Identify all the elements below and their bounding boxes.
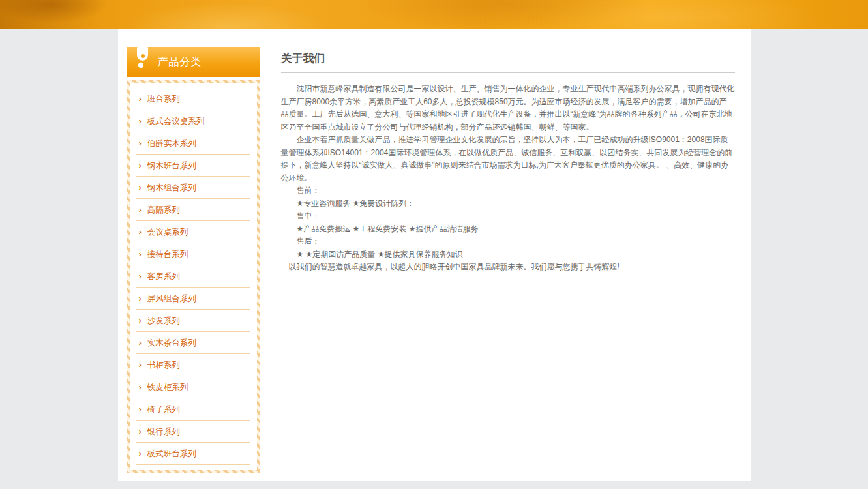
sidebar-item-10[interactable]: ›屏风组合系列 xyxy=(136,288,250,310)
category-link[interactable]: 伯爵实木系列 xyxy=(147,139,196,148)
chevron-right-icon: › xyxy=(139,316,142,325)
category-list: ›班台系列›板式会议桌系列›伯爵实木系列›钢木班台系列›钢木组合系列›高隔系列›… xyxy=(136,88,250,465)
chevron-right-icon: › xyxy=(139,426,142,436)
category-link[interactable]: 钢木组合系列 xyxy=(147,183,196,192)
sidebar-item-11[interactable]: ›沙发系列 xyxy=(136,310,250,332)
about-paragraph: 企业本着严抓质量关做产品，推进学习管理企业文化发展的宗旨，坚持以人为本，工厂已经… xyxy=(281,134,735,185)
sidebar-item-7[interactable]: ›会议桌系列 xyxy=(136,221,250,243)
sidebar-item-15[interactable]: ›椅子系列 xyxy=(136,398,250,421)
chevron-right-icon: › xyxy=(139,271,142,281)
chevron-right-icon: › xyxy=(139,227,142,237)
chevron-right-icon: › xyxy=(139,249,142,259)
category-link[interactable]: 板式班台系列 xyxy=(147,449,196,458)
category-link[interactable]: 板式会议桌系列 xyxy=(147,117,205,126)
sidebar-header: 产品分类 xyxy=(127,47,260,77)
category-pin-icon xyxy=(134,42,150,70)
page-title: 关于我们 xyxy=(281,51,735,73)
about-paragraph: 售前： xyxy=(281,185,735,198)
sidebar-item-17[interactable]: ›板式班台系列 xyxy=(136,443,250,465)
category-link[interactable]: 客房系列 xyxy=(147,272,180,281)
category-link[interactable]: 书柜系列 xyxy=(147,361,180,370)
category-link[interactable]: 沙发系列 xyxy=(147,316,180,325)
main-content: 关于我们 沈阳市新意峰家具制造有限公司是一家以设计、生产、销售为一体化的企业，专… xyxy=(281,51,735,274)
sidebar-item-8[interactable]: ›接待台系列 xyxy=(136,243,250,265)
about-paragraph: 以我们的智慧造就卓越家具，以超人的胆略开创中国家具品牌新未来。我们愿与您携手共铸… xyxy=(281,261,735,274)
chevron-right-icon: › xyxy=(139,138,142,148)
chevron-right-icon: › xyxy=(139,293,142,303)
content-wrapper: 产品分类 ›班台系列›板式会议桌系列›伯爵实木系列›钢木班台系列›钢木组合系列›… xyxy=(118,29,751,481)
chevron-right-icon: › xyxy=(139,449,142,458)
category-link[interactable]: 椅子系列 xyxy=(147,405,180,414)
sidebar-item-5[interactable]: ›钢木组合系列 xyxy=(136,177,250,199)
page-body: 产品分类 ›班台系列›板式会议桌系列›伯爵实木系列›钢木班台系列›钢木组合系列›… xyxy=(0,29,868,481)
chevron-right-icon: › xyxy=(139,360,142,370)
about-paragraph: 沈阳市新意峰家具制造有限公司是一家以设计、生产、销售为一体化的企业，专业生产现代… xyxy=(281,83,735,134)
about-paragraph: ★产品免费搬运 ★工程免费安装 ★提供产品清洁服务 xyxy=(281,223,735,236)
category-box: ›班台系列›板式会议桌系列›伯爵实木系列›钢木班台系列›钢木组合系列›高隔系列›… xyxy=(127,80,260,473)
category-link[interactable]: 钢木班台系列 xyxy=(147,161,196,170)
sidebar-item-13[interactable]: ›书柜系列 xyxy=(136,354,250,376)
category-link[interactable]: 高隔系列 xyxy=(147,205,180,215)
chevron-right-icon: › xyxy=(139,338,142,348)
category-link[interactable]: 铁皮柜系列 xyxy=(147,383,188,392)
chevron-right-icon: › xyxy=(139,404,142,414)
chevron-right-icon: › xyxy=(139,205,142,215)
about-paragraph: ★专业咨询服务 ★免费设计陈列： xyxy=(281,198,735,211)
category-box-inner: ›班台系列›板式会议桌系列›伯爵实木系列›钢木班台系列›钢木组合系列›高隔系列›… xyxy=(130,83,257,470)
about-paragraph: 售后： xyxy=(281,235,735,248)
category-link[interactable]: 屏风组合系列 xyxy=(147,294,196,303)
about-paragraph: 售中： xyxy=(281,210,735,223)
about-article: 沈阳市新意峰家具制造有限公司是一家以设计、生产、销售为一体化的企业，专业生产现代… xyxy=(281,83,735,274)
chevron-right-icon: › xyxy=(139,183,142,192)
sidebar-item-4[interactable]: ›钢木班台系列 xyxy=(136,155,250,177)
sidebar: 产品分类 ›班台系列›板式会议桌系列›伯爵实木系列›钢木班台系列›钢木组合系列›… xyxy=(127,47,260,473)
chevron-right-icon: › xyxy=(139,160,142,170)
about-paragraph: ★ ★定期回访产品质量 ★提供家具保养服务知识 xyxy=(281,248,735,261)
chevron-right-icon: › xyxy=(139,94,142,104)
sidebar-item-1[interactable]: ›班台系列 xyxy=(136,88,250,110)
sidebar-item-9[interactable]: ›客房系列 xyxy=(136,265,250,288)
category-link[interactable]: 实木茶台系列 xyxy=(147,338,196,348)
sidebar-item-12[interactable]: ›实木茶台系列 xyxy=(136,332,250,354)
sidebar-item-14[interactable]: ›铁皮柜系列 xyxy=(136,376,250,398)
category-link[interactable]: 接待台系列 xyxy=(147,250,188,259)
chevron-right-icon: › xyxy=(139,116,142,126)
sidebar-item-2[interactable]: ›板式会议桌系列 xyxy=(136,110,250,132)
category-link[interactable]: 会议桌系列 xyxy=(147,228,188,237)
site-top-banner xyxy=(0,0,868,29)
category-link[interactable]: 银行系列 xyxy=(147,427,180,436)
category-link[interactable]: 班台系列 xyxy=(147,95,180,104)
sidebar-item-3[interactable]: ›伯爵实木系列 xyxy=(136,132,250,155)
sidebar-title: 产品分类 xyxy=(158,55,202,69)
sidebar-item-16[interactable]: ›银行系列 xyxy=(136,421,250,443)
sidebar-item-6[interactable]: ›高隔系列 xyxy=(136,199,250,221)
chevron-right-icon: › xyxy=(139,382,142,392)
